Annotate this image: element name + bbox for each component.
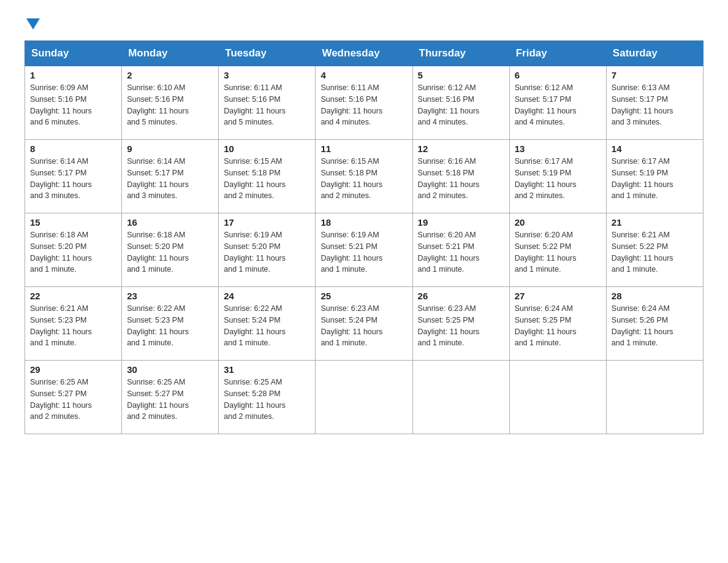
day-number: 15 — [30, 217, 116, 228]
day-info: Sunrise: 6:24 AMSunset: 5:26 PMDaylight:… — [612, 303, 698, 349]
calendar-cell: 16Sunrise: 6:18 AMSunset: 5:20 PMDayligh… — [122, 213, 219, 287]
sunrise-label: Sunrise: 6:16 AM — [418, 157, 476, 166]
daylight-label: Daylight: 11 hours — [320, 180, 382, 189]
daylight-minutes: and 1 minute. — [515, 339, 561, 347]
daylight-minutes: and 5 minutes. — [127, 118, 177, 126]
day-info: Sunrise: 6:23 AMSunset: 5:25 PMDaylight:… — [418, 303, 504, 349]
daylight-minutes: and 1 minute. — [224, 339, 270, 347]
sunset-label: Sunset: 5:16 PM — [30, 95, 86, 104]
daylight-minutes: and 2 minutes. — [515, 191, 565, 200]
daylight-minutes: and 4 minutes. — [515, 118, 565, 126]
sunset-label: Sunset: 5:18 PM — [418, 169, 474, 177]
daylight-label: Daylight: 11 hours — [515, 180, 577, 189]
col-header-tuesday: Tuesday — [219, 41, 316, 66]
daylight-minutes: and 1 minute. — [127, 265, 173, 274]
daylight-minutes: and 2 minutes. — [127, 412, 177, 421]
day-info: Sunrise: 6:11 AMSunset: 5:16 PMDaylight:… — [224, 82, 310, 128]
calendar-cell: 20Sunrise: 6:20 AMSunset: 5:22 PMDayligh… — [509, 213, 606, 287]
daylight-minutes: and 1 minute. — [224, 265, 270, 274]
day-number: 5 — [418, 70, 504, 80]
week-row-4: 22Sunrise: 6:21 AMSunset: 5:23 PMDayligh… — [25, 287, 703, 361]
calendar-cell: 11Sunrise: 6:15 AMSunset: 5:18 PMDayligh… — [316, 140, 412, 213]
sunset-label: Sunset: 5:16 PM — [418, 95, 474, 104]
daylight-label: Daylight: 11 hours — [30, 327, 92, 336]
sunrise-label: Sunrise: 6:15 AM — [320, 157, 379, 166]
sunset-label: Sunset: 5:22 PM — [515, 242, 571, 251]
calendar-cell: 6Sunrise: 6:12 AMSunset: 5:17 PMDaylight… — [509, 66, 606, 140]
col-header-monday: Monday — [122, 41, 219, 66]
day-number: 28 — [612, 291, 698, 301]
day-info: Sunrise: 6:15 AMSunset: 5:18 PMDaylight:… — [320, 156, 407, 202]
daylight-label: Daylight: 11 hours — [30, 107, 92, 115]
calendar-cell: 14Sunrise: 6:17 AMSunset: 5:19 PMDayligh… — [606, 140, 703, 213]
day-number: 30 — [127, 364, 213, 375]
col-header-saturday: Saturday — [606, 41, 703, 66]
daylight-minutes: and 1 minute. — [320, 265, 367, 274]
sunset-label: Sunset: 5:20 PM — [30, 242, 86, 251]
day-number: 8 — [30, 144, 116, 154]
day-number: 9 — [127, 144, 213, 154]
day-info: Sunrise: 6:12 AMSunset: 5:16 PMDaylight:… — [418, 82, 504, 128]
week-row-1: 1Sunrise: 6:09 AMSunset: 5:16 PMDaylight… — [25, 66, 703, 140]
daylight-minutes: and 1 minute. — [612, 265, 658, 274]
day-info: Sunrise: 6:18 AMSunset: 5:20 PMDaylight:… — [127, 229, 213, 275]
daylight-label: Daylight: 11 hours — [320, 107, 382, 115]
calendar-cell: 9Sunrise: 6:14 AMSunset: 5:17 PMDaylight… — [122, 140, 219, 213]
sunset-label: Sunset: 5:23 PM — [30, 316, 86, 324]
calendar-cell: 22Sunrise: 6:21 AMSunset: 5:23 PMDayligh… — [25, 287, 122, 361]
daylight-minutes: and 4 minutes. — [320, 118, 371, 126]
sunrise-label: Sunrise: 6:15 AM — [224, 157, 282, 166]
day-info: Sunrise: 6:22 AMSunset: 5:23 PMDaylight:… — [127, 303, 213, 349]
sunrise-label: Sunrise: 6:17 AM — [515, 157, 573, 166]
sunrise-label: Sunrise: 6:14 AM — [30, 157, 88, 166]
daylight-label: Daylight: 11 hours — [515, 107, 577, 115]
week-row-5: 29Sunrise: 6:25 AMSunset: 5:27 PMDayligh… — [25, 361, 703, 434]
day-number: 17 — [224, 217, 310, 228]
day-number: 12 — [418, 144, 504, 154]
day-number: 7 — [612, 70, 698, 80]
sunset-label: Sunset: 5:24 PM — [320, 316, 377, 324]
day-number: 4 — [320, 70, 407, 80]
calendar-cell: 10Sunrise: 6:15 AMSunset: 5:18 PMDayligh… — [219, 140, 316, 213]
day-number: 10 — [224, 144, 310, 154]
day-info: Sunrise: 6:21 AMSunset: 5:23 PMDaylight:… — [30, 303, 116, 349]
sunset-label: Sunset: 5:24 PM — [224, 316, 280, 324]
daylight-label: Daylight: 11 hours — [30, 401, 92, 410]
sunset-label: Sunset: 5:19 PM — [515, 169, 571, 177]
day-info: Sunrise: 6:19 AMSunset: 5:21 PMDaylight:… — [320, 229, 407, 275]
day-info: Sunrise: 6:25 AMSunset: 5:27 PMDaylight:… — [30, 377, 116, 423]
sunrise-label: Sunrise: 6:25 AM — [127, 378, 185, 386]
day-info: Sunrise: 6:21 AMSunset: 5:22 PMDaylight:… — [612, 229, 698, 275]
calendar-cell: 31Sunrise: 6:25 AMSunset: 5:28 PMDayligh… — [219, 361, 316, 434]
daylight-label: Daylight: 11 hours — [224, 107, 286, 115]
sunrise-label: Sunrise: 6:21 AM — [612, 231, 670, 239]
day-number: 6 — [515, 70, 601, 80]
daylight-label: Daylight: 11 hours — [612, 254, 673, 262]
calendar-table: SundayMondayTuesdayWednesdayThursdayFrid… — [25, 40, 703, 434]
calendar-cell: 3Sunrise: 6:11 AMSunset: 5:16 PMDaylight… — [219, 66, 316, 140]
sunrise-label: Sunrise: 6:18 AM — [30, 231, 88, 239]
day-info: Sunrise: 6:14 AMSunset: 5:17 PMDaylight:… — [127, 156, 213, 202]
sunset-label: Sunset: 5:25 PM — [515, 316, 571, 324]
sunset-label: Sunset: 5:16 PM — [127, 95, 183, 104]
daylight-label: Daylight: 11 hours — [320, 254, 382, 262]
sunrise-label: Sunrise: 6:11 AM — [224, 83, 282, 92]
daylight-minutes: and 1 minute. — [612, 191, 658, 200]
sunset-label: Sunset: 5:18 PM — [320, 169, 377, 177]
sunset-label: Sunset: 5:17 PM — [612, 95, 668, 104]
day-info: Sunrise: 6:19 AMSunset: 5:20 PMDaylight:… — [224, 229, 310, 275]
daylight-minutes: and 1 minute. — [127, 339, 173, 347]
daylight-minutes: and 3 minutes. — [612, 118, 662, 126]
day-info: Sunrise: 6:25 AMSunset: 5:28 PMDaylight:… — [224, 377, 310, 423]
sunrise-label: Sunrise: 6:23 AM — [320, 304, 379, 313]
svg-marker-0 — [26, 18, 40, 29]
sunrise-label: Sunrise: 6:24 AM — [515, 304, 573, 313]
sunset-label: Sunset: 5:25 PM — [418, 316, 474, 324]
calendar-cell: 24Sunrise: 6:22 AMSunset: 5:24 PMDayligh… — [219, 287, 316, 361]
calendar-cell: 2Sunrise: 6:10 AMSunset: 5:16 PMDaylight… — [122, 66, 219, 140]
daylight-minutes: and 3 minutes. — [127, 191, 177, 200]
sunrise-label: Sunrise: 6:20 AM — [515, 231, 573, 239]
calendar-header: SundayMondayTuesdayWednesdayThursdayFrid… — [25, 41, 703, 66]
day-info: Sunrise: 6:16 AMSunset: 5:18 PMDaylight:… — [418, 156, 504, 202]
daylight-label: Daylight: 11 hours — [30, 180, 92, 189]
